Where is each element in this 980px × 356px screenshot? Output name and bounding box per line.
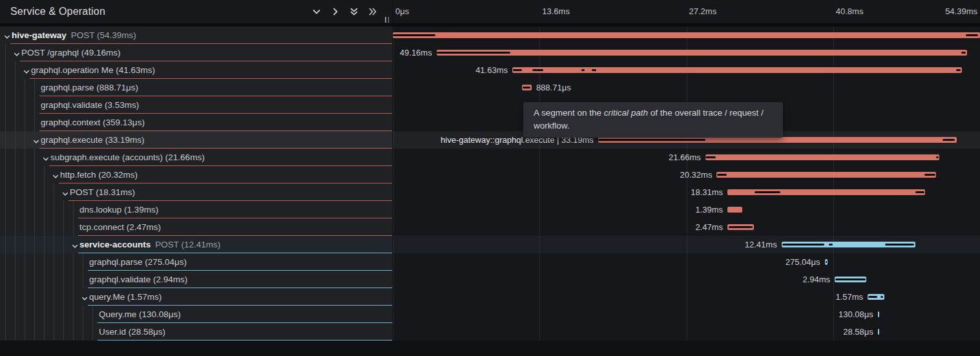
critical-path-segment[interactable] [936,156,939,158]
span-duration-bar[interactable] [705,154,939,160]
span-name: graphql.validate (2.94ms) [89,271,187,288]
indent-guide [15,114,16,131]
span-row-bar-12[interactable]: 12.41ms [393,236,980,253]
indent-guide [25,131,25,149]
span-duration-bar[interactable] [512,67,962,73]
span-row-label-8[interactable]: http.fetch (20.32ms) [0,166,392,183]
critical-path-segment[interactable] [523,87,530,89]
span-row-label-11[interactable]: tcp.connect (2.47ms) [0,218,392,236]
critical-path-segment[interactable] [532,69,544,71]
critical-path-segment[interactable] [755,191,780,193]
indent-guide [5,323,6,340]
span-row-bar-9[interactable]: 18.31ms [393,183,980,201]
span-row-label-9[interactable]: POST (18.31ms) [0,183,392,201]
critical-path-segment[interactable] [868,296,877,298]
span-duration-bar[interactable] [878,329,879,335]
indent-guide [34,288,35,306]
critical-path-segment[interactable] [705,156,715,158]
span-row-bar-0[interactable] [393,26,980,44]
span-row-bar-13[interactable]: 275.04μs [393,253,980,271]
chevron-down-icon [42,155,50,163]
span-row-label-2[interactable]: graphql.operation Me (41.63ms) [0,61,392,79]
indent-guide [5,183,6,201]
critical-path-segment[interactable] [717,174,727,176]
span-row-bar-11[interactable]: 2.47ms [393,218,980,236]
collapse-span-button[interactable] [71,241,79,249]
critical-path-segment[interactable] [826,261,827,263]
span-row-bar-16[interactable]: 130.08μs [393,306,980,323]
collapse-span-button[interactable] [52,171,59,179]
critical-path-segment[interactable] [592,69,597,71]
span-row-label-15[interactable]: query.Me (1.57ms) [0,288,392,306]
collapse-span-button[interactable] [3,32,11,39]
span-row-label-17[interactable]: User.id (28.58μs) [0,323,392,340]
span-row-label-0[interactable]: hive-gatewayPOST (54.39ms) [0,26,392,44]
collapse-span-button[interactable] [23,67,30,74]
collapse-span-button[interactable] [81,293,89,301]
critical-path-segment[interactable] [437,52,510,54]
span-row-label-3[interactable]: graphql.parse (888.71μs) [0,79,392,96]
span-row-label-10[interactable]: dns.lookup (1.39ms) [0,201,392,218]
span-row-label-7[interactable]: subgraph.execute (accounts) (21.66ms) [0,149,392,166]
span-duration-bar[interactable] [878,311,879,317]
indent-guide [73,201,74,218]
span-duration-bar[interactable] [716,172,936,178]
span-row-label-13[interactable]: graphql.parse (275.04μs) [0,253,392,271]
span-duration-bar[interactable] [393,32,980,38]
critical-path-segment[interactable] [829,244,833,246]
collapse-span-button[interactable] [61,189,69,196]
expand-all-button[interactable] [349,6,359,17]
collapse-span-button[interactable] [13,49,21,57]
indent-guide [15,271,16,288]
critical-path-segment[interactable] [393,34,435,36]
span-duration-label: 12.41ms [745,236,777,253]
span-duration-label: 888.71μs [536,79,571,96]
critical-path-segment[interactable] [956,69,961,71]
expand-one-button[interactable] [311,6,322,17]
indent-guide [34,166,35,183]
panel-resize-grip[interactable] [385,17,389,23]
timeline-ruler: 0μs13.6ms27.2ms40.8ms54.39ms [393,0,980,23]
span-row-bar-17[interactable]: 28.58μs [393,323,980,340]
span-row-bar-1[interactable]: 49.16ms [393,44,980,61]
critical-path-segment[interactable] [943,139,955,141]
span-duration-bar[interactable] [437,50,968,56]
critical-path-segment[interactable] [961,52,966,54]
collapse-span-button[interactable] [32,136,40,144]
indent-guide [44,183,45,201]
span-row-label-1[interactable]: POST /graphql (49.16ms) [0,44,392,61]
chevron-down-icon [71,242,79,250]
critical-path-segment[interactable] [924,174,935,176]
span-row-label-5[interactable]: graphql.context (359.13μs) [0,114,392,131]
indent-guide [5,218,6,236]
indent-guide [54,183,54,201]
span-row-bar-15[interactable]: 1.57ms [393,288,980,306]
critical-path-segment[interactable] [729,226,753,228]
critical-path-segment[interactable] [513,69,522,71]
critical-path-segment[interactable] [782,244,824,246]
critical-path-segment[interactable] [966,34,977,36]
critical-path-segment[interactable] [835,278,866,280]
span-row-label-4[interactable]: graphql.validate (3.53ms) [0,96,392,114]
collapse-span-button[interactable] [42,154,50,162]
critical-path-segment[interactable] [881,296,883,298]
span-row-bar-10[interactable]: 1.39ms [393,201,980,218]
critical-path-segment[interactable] [915,191,924,193]
span-row-bar-14[interactable]: 2.94ms [393,271,980,288]
collapse-all-button[interactable] [368,6,378,17]
span-row-bar-8[interactable]: 20.32ms [393,166,980,183]
indent-guide [54,253,54,271]
span-row-label-12[interactable]: service-accountsPOST (12.41ms) [0,236,392,253]
span-row-label-6[interactable]: graphql.execute (33.19ms) [0,131,392,149]
timeline-tick-label: 40.8ms [836,0,864,23]
critical-path-segment[interactable] [885,244,914,246]
timeline-scrubber-strip[interactable] [0,23,980,26]
span-row-label-16[interactable]: Query.me (130.08μs) [0,306,392,323]
span-row-bar-2[interactable]: 41.63ms [393,61,980,79]
span-row-bar-3[interactable]: 888.71μs [393,79,980,96]
collapse-one-button[interactable] [330,6,340,17]
span-row-bar-7[interactable]: 21.66ms [393,149,980,166]
span-row-label-14[interactable]: graphql.validate (2.94ms) [0,271,392,288]
span-duration-bar[interactable] [727,207,742,213]
critical-path-segment[interactable] [598,139,705,141]
